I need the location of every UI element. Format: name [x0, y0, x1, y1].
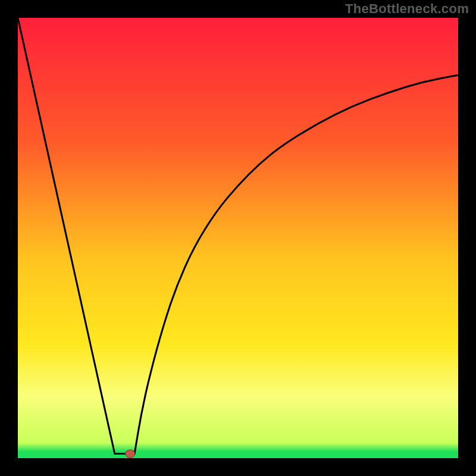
chart-frame: TheBottleneck.com: [0, 0, 476, 476]
background-gradient: [18, 18, 458, 458]
plot-area: [18, 18, 458, 458]
svg-rect-0: [18, 18, 458, 458]
watermark-text: TheBottleneck.com: [345, 1, 469, 17]
